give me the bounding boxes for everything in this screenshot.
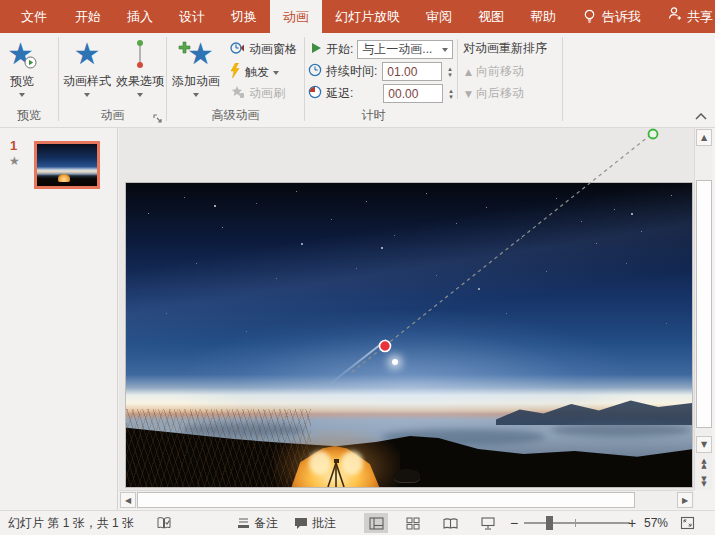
tab-insert[interactable]: 插入 bbox=[114, 0, 166, 33]
normal-view-button[interactable] bbox=[364, 513, 388, 533]
scroll-up-button[interactable]: ▲ bbox=[696, 129, 712, 146]
duration-input[interactable]: 01.00 bbox=[382, 62, 442, 81]
add-animation-button[interactable]: ★ 添加动画 bbox=[172, 36, 220, 97]
effect-options-button[interactable]: 效果选项 bbox=[116, 36, 164, 97]
delay-spinner[interactable]: ▴▾ bbox=[449, 88, 453, 100]
zoom-slider-thumb[interactable] bbox=[546, 516, 553, 530]
zoom-out-icon[interactable]: − bbox=[510, 511, 518, 535]
zoom-slider-tick bbox=[575, 519, 576, 527]
fit-to-window-button[interactable] bbox=[680, 511, 695, 535]
move-later-button[interactable]: ▼ 向后移动 bbox=[465, 85, 524, 102]
tab-tellme[interactable]: 告诉我 bbox=[600, 0, 654, 33]
tab-design[interactable]: 设计 bbox=[166, 0, 218, 33]
reading-view-button[interactable] bbox=[438, 513, 462, 533]
slideshow-button[interactable] bbox=[476, 513, 500, 533]
slide-sorter-icon bbox=[406, 517, 420, 530]
previous-slide-button[interactable]: ▲▲ bbox=[696, 455, 712, 472]
scroll-left-button[interactable]: ◀ bbox=[120, 492, 136, 508]
zoom-level-label: 57% bbox=[644, 516, 668, 530]
zoom-level[interactable]: 57% bbox=[644, 511, 668, 535]
preview-label: 预览 bbox=[10, 73, 34, 90]
move-earlier-label: 向前移动 bbox=[476, 63, 524, 80]
effect-options-label: 效果选项 bbox=[116, 73, 164, 90]
tab-share[interactable]: 共享 bbox=[654, 0, 715, 33]
spellcheck-icon bbox=[157, 516, 171, 530]
chevron-down-icon bbox=[442, 48, 448, 52]
start-value: 与上一动画... bbox=[362, 41, 432, 58]
notes-icon bbox=[237, 517, 250, 529]
duration-label: 持续时间: bbox=[326, 63, 377, 80]
collapse-ribbon-icon[interactable] bbox=[695, 109, 707, 123]
delay-input[interactable]: 00.00 bbox=[383, 84, 443, 103]
trigger-label: 触发 bbox=[245, 64, 269, 81]
chevron-down-icon bbox=[19, 93, 25, 97]
tab-transitions[interactable]: 切换 bbox=[218, 0, 270, 33]
notes-button[interactable]: 备注 bbox=[237, 511, 278, 535]
zoom-slider-track[interactable] bbox=[524, 522, 630, 524]
comments-button[interactable]: 批注 bbox=[294, 511, 336, 535]
fit-to-window-icon bbox=[680, 516, 695, 530]
share-label: 共享 bbox=[687, 0, 713, 33]
vertical-scroll-thumb[interactable] bbox=[696, 180, 712, 428]
preview-button[interactable]: ★ 预览 bbox=[7, 36, 37, 97]
delay-value: 00.00 bbox=[388, 87, 418, 101]
delay-clock-icon bbox=[308, 85, 322, 102]
tab-help[interactable]: 帮助 bbox=[517, 0, 569, 33]
trigger-bolt-icon bbox=[229, 63, 241, 81]
horizontal-scrollbar[interactable]: ◀ ▶ bbox=[119, 490, 694, 509]
move-earlier-button[interactable]: ▲ 向前移动 bbox=[465, 63, 524, 80]
share-person-icon bbox=[667, 0, 682, 33]
thumbnail-tent bbox=[58, 174, 70, 182]
slide[interactable] bbox=[125, 182, 693, 488]
camp-gear bbox=[394, 469, 420, 483]
tab-view[interactable]: 视图 bbox=[465, 0, 517, 33]
next-slide-button[interactable]: ▼▼ bbox=[696, 473, 712, 490]
effect-options-icon bbox=[133, 36, 147, 72]
chevron-down-icon bbox=[137, 93, 143, 97]
slide-thumbnail[interactable] bbox=[34, 141, 100, 189]
spellcheck-button[interactable] bbox=[157, 511, 171, 535]
comments-label: 批注 bbox=[312, 515, 336, 532]
group-timing: 开始: 与上一动画... 持续时间: 01.00 ▴▾ bbox=[305, 33, 562, 128]
status-bar: 幻灯片 第 1 张，共 1 张 备注 批注 − + 57 bbox=[0, 510, 715, 535]
tab-animations[interactable]: 动画 bbox=[270, 0, 322, 33]
animation-star-icon: ★ bbox=[74, 36, 101, 72]
tab-slideshow[interactable]: 幻灯片放映 bbox=[322, 0, 413, 33]
vertical-scrollbar[interactable]: ▲ ▼ ▲▲ ▼▼ bbox=[694, 128, 712, 490]
scroll-down-button[interactable]: ▼ bbox=[696, 436, 712, 453]
animation-painter-button[interactable]: 动画刷 bbox=[229, 85, 285, 102]
animation-indicator-star-icon: ★ bbox=[9, 154, 20, 168]
horizontal-scroll-thumb[interactable] bbox=[137, 492, 635, 508]
tab-file[interactable]: 文件 bbox=[6, 0, 62, 33]
zoom-in-icon[interactable]: + bbox=[628, 511, 636, 535]
duration-spinner[interactable]: ▴▾ bbox=[448, 66, 452, 78]
tab-home[interactable]: 开始 bbox=[62, 0, 114, 33]
group-animation: ★ 动画样式 效果选项 动画 bbox=[59, 33, 166, 128]
add-animation-icon: ★ bbox=[178, 36, 214, 72]
preview-star-icon: ★ bbox=[7, 36, 37, 72]
animation-pane-label: 动画窗格 bbox=[249, 41, 297, 58]
chevron-down-icon bbox=[193, 93, 199, 97]
comments-icon bbox=[294, 517, 308, 530]
animation-painter-label: 动画刷 bbox=[249, 85, 285, 102]
slide-sorter-button[interactable] bbox=[401, 513, 425, 533]
reorder-header: 对动画重新排序 bbox=[463, 40, 547, 57]
start-dropdown[interactable]: 与上一动画... bbox=[357, 40, 453, 59]
tab-review[interactable]: 审阅 bbox=[413, 0, 465, 33]
ribbon-tab-bar: 文件 开始 插入 设计 切换 动画 幻灯片放映 审阅 视图 帮助 告诉我 共享 bbox=[0, 0, 715, 33]
animation-pane-button[interactable]: 动画窗格 bbox=[229, 41, 297, 58]
group-label-preview: 预览 bbox=[0, 107, 58, 124]
delay-label: 延迟: bbox=[326, 85, 353, 102]
dialog-launcher-icon[interactable] bbox=[153, 113, 163, 123]
duration-row: 持续时间: 01.00 ▴▾ bbox=[308, 62, 452, 81]
animation-pane-icon bbox=[229, 41, 245, 58]
trigger-button[interactable]: 触发 bbox=[229, 63, 279, 81]
slide-number: 1 bbox=[10, 138, 17, 153]
animation-styles-button[interactable]: ★ 动画样式 bbox=[63, 36, 111, 97]
notes-label: 备注 bbox=[254, 515, 278, 532]
scroll-right-button[interactable]: ▶ bbox=[677, 492, 693, 508]
play-icon bbox=[311, 42, 322, 57]
duration-value: 01.00 bbox=[387, 65, 417, 79]
start-label: 开始: bbox=[326, 41, 353, 58]
reorder-label: 对动画重新排序 bbox=[463, 40, 547, 57]
